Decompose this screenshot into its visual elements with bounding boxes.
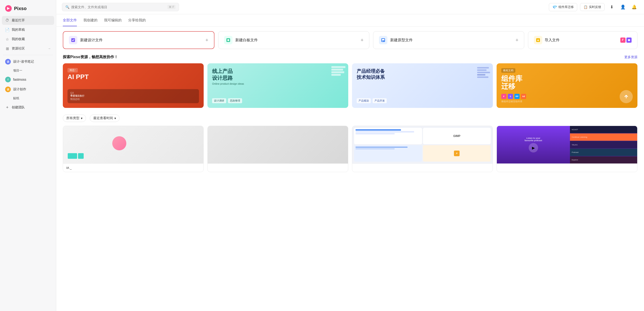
file-card-2[interactable] xyxy=(208,126,348,172)
team-fastmoss-label: fastmoss xyxy=(13,78,26,81)
import-file-card[interactable]: 导入文件 xyxy=(528,31,638,49)
product-design-decoration xyxy=(331,66,346,76)
team-fastmoss[interactable]: f fastmoss xyxy=(2,75,54,84)
new-prototype-plus-icon: + xyxy=(516,37,518,43)
tab-shared[interactable]: 分享给我的 xyxy=(128,18,146,26)
sidebar-divider-1 xyxy=(3,55,53,55)
star-icon: ☆ xyxy=(5,37,9,41)
resource-cards: 博思⁺ AI PPT Q3 季度项目执行 情况总结 线上产品设计思路 Onli xyxy=(63,63,638,108)
podcast-layout: Listen to yourfavourite podcast ▶ NCAST … xyxy=(497,126,637,163)
resource-card-pm-knowledge[interactable]: 产品经理必备技术知识体系 产品规划 产品开发 xyxy=(352,63,493,108)
resource-card-ai-ppt[interactable]: 博思⁺ AI PPT Q3 季度项目执行 情况总结 xyxy=(63,63,204,108)
sidebar-item-recent[interactable]: ⏱ 最近打开 xyxy=(2,16,54,25)
files-grid: IA _ xyxy=(63,126,638,172)
ai-ppt-slide-label: Q3 xyxy=(70,92,196,94)
search-box[interactable]: 🔍 ⌘ F xyxy=(62,3,179,11)
podcast-left: Listen to yourfavourite podcast ▶ xyxy=(497,126,570,163)
grid-icon: ⊞ xyxy=(5,47,9,51)
topbar: 🔍 ⌘ F 💎 组件库迁移 📋 实时反馈 ⬇ 👤 🔔 xyxy=(56,0,644,14)
tabs-bar: 全部文件 我创建的 我可编辑的 分享给我的 xyxy=(56,14,644,27)
tag-design-research: 设计调研 xyxy=(212,98,226,103)
brand-xd: Xd xyxy=(521,94,526,99)
resource-section: 探索Pixso资源，畅想高效协作！ 更多资源 博思⁺ AI PPT Q3 季度项… xyxy=(56,54,644,113)
tutorial-badge: 教程文档 xyxy=(501,68,515,73)
more-resources-link[interactable]: 更多资源 xyxy=(624,55,638,59)
clock-icon: ⏱ xyxy=(5,18,9,23)
podcast-strip-3: TALKS xyxy=(570,141,638,148)
new-prototype-card[interactable]: 新建原型文件 + xyxy=(373,31,524,49)
resource-card-component-migrate[interactable]: 教程文档 组件库迁移 F S xyxy=(496,63,638,108)
svg-rect-6 xyxy=(382,41,383,41)
resource-title: 探索Pixso资源，畅想高效协作！ xyxy=(63,55,118,60)
resource-card-product-design[interactable]: 线上产品设计思路 Online product design ideas 设计调… xyxy=(208,63,348,108)
team-design-notes-project1[interactable]: 项目一 xyxy=(2,67,54,74)
ai-ppt-badge: 博思⁺ xyxy=(68,68,78,73)
figma-brand-icon xyxy=(620,38,626,43)
sidebar-item-draft[interactable]: 📄 我的草稿 xyxy=(2,25,54,34)
new-design-card[interactable]: 新建设计文件 + xyxy=(63,31,214,49)
main-content: 🔍 ⌘ F 💎 组件库迁移 📋 实时反馈 ⬇ 👤 🔔 全部文件 我创建的 我可编… xyxy=(56,0,644,311)
tab-editable[interactable]: 我可编辑的 xyxy=(104,18,122,26)
new-prototype-label: 新建原型文件 xyxy=(390,38,413,43)
file-card-1-info: IA _ xyxy=(63,163,204,172)
draft-icon: 📄 xyxy=(5,28,9,32)
feedback-button[interactable]: 📋 实时反馈 xyxy=(580,3,605,11)
file-card-2-info xyxy=(208,163,348,168)
new-design-label: 新建设计文件 xyxy=(80,38,103,43)
teal-rect-1 xyxy=(68,153,77,159)
filter-time-btn[interactable]: 最近查看时间 ▾ xyxy=(90,114,120,122)
files-section: 所有类型 ▾ 最近查看时间 ▾ xyxy=(56,113,644,177)
tool-cell-3 xyxy=(354,145,422,162)
tools-grid: GIMP P xyxy=(354,128,491,162)
sidebar-item-recent-label: 最近打开 xyxy=(12,18,25,23)
new-whiteboard-card[interactable]: 新建白板文件 + xyxy=(218,31,369,49)
product-design-title: 线上产品设计思路 xyxy=(212,68,344,81)
plus-icon: + xyxy=(5,105,9,110)
create-team-btn[interactable]: + 创建团队 xyxy=(2,103,54,112)
svg-rect-1 xyxy=(71,38,75,42)
component-migrate-badge: 教程文档 xyxy=(501,68,633,73)
topbar-actions: 💎 组件库迁移 📋 实时反馈 ⬇ 👤 🔔 xyxy=(549,3,638,11)
whiteboard-icon xyxy=(224,36,232,44)
search-input[interactable] xyxy=(71,5,166,9)
community-arrow-icon: → xyxy=(48,47,51,51)
notification-button[interactable]: 🔔 xyxy=(630,3,638,11)
file-card-1[interactable]: IA _ xyxy=(63,126,204,172)
sidebar-item-favorites[interactable]: ☆ 我的收藏 xyxy=(2,35,54,44)
download-button[interactable]: ⬇ xyxy=(608,3,616,11)
team-design-create[interactable]: 设 设计创作 xyxy=(2,85,54,94)
user-icon-button[interactable]: 👤 xyxy=(619,3,627,11)
team-design-notes[interactable]: 设 设计-读书笔记 xyxy=(2,57,54,66)
tab-all[interactable]: 全部文件 xyxy=(63,18,77,26)
files-filter: 所有类型 ▾ 最近查看时间 ▾ xyxy=(63,114,638,122)
team-design-create-avatar: 设 xyxy=(5,87,11,92)
file-card-3[interactable]: GIMP P xyxy=(352,126,493,172)
file-card-4[interactable]: Listen to yourfavourite podcast ▶ NCAST … xyxy=(496,126,638,172)
file-thumb-2 xyxy=(208,126,348,163)
podcast-strip-4: Podcast xyxy=(570,149,638,156)
file-card-4-info xyxy=(497,163,637,168)
import-file-label: 导入文件 xyxy=(545,38,560,43)
team-design-create-sticker-label: 贴纸 xyxy=(13,96,19,100)
migrate-button[interactable]: 💎 组件库迁移 xyxy=(549,3,577,11)
brand-sketch: S xyxy=(508,94,513,99)
tool-sub-bar-2 xyxy=(356,148,395,149)
logo-container[interactable]: Pixso xyxy=(0,0,56,16)
resource-header: 探索Pixso资源，畅想高效协作！ 更多资源 xyxy=(63,55,638,60)
pm-knowledge-decoration xyxy=(477,67,490,78)
tool-bar-1 xyxy=(356,129,401,131)
file-thumb-1 xyxy=(63,126,204,163)
teal-elements-deco xyxy=(68,153,84,159)
create-team-label: 创建团队 xyxy=(12,105,25,110)
ai-ppt-preview: Q3 季度项目执行 情况总结 xyxy=(68,86,199,103)
tag-product-plan: 产品规划 xyxy=(357,98,371,103)
svg-marker-8 xyxy=(628,39,630,41)
podcast-strip-5: Explore xyxy=(570,156,638,163)
filter-type-btn[interactable]: 所有类型 ▾ xyxy=(63,114,86,122)
tab-created[interactable]: 我创建的 xyxy=(84,18,98,26)
team-design-create-sticker[interactable]: 贴纸 xyxy=(2,95,54,102)
sidebar-item-community[interactable]: ⊞ 资源社区 → xyxy=(2,44,54,53)
migrate-label: 组件库迁移 xyxy=(558,5,574,9)
filter-time-chevron: ▾ xyxy=(114,116,116,120)
ai-ppt-slide-subtitle: 情况总结 xyxy=(70,98,196,101)
